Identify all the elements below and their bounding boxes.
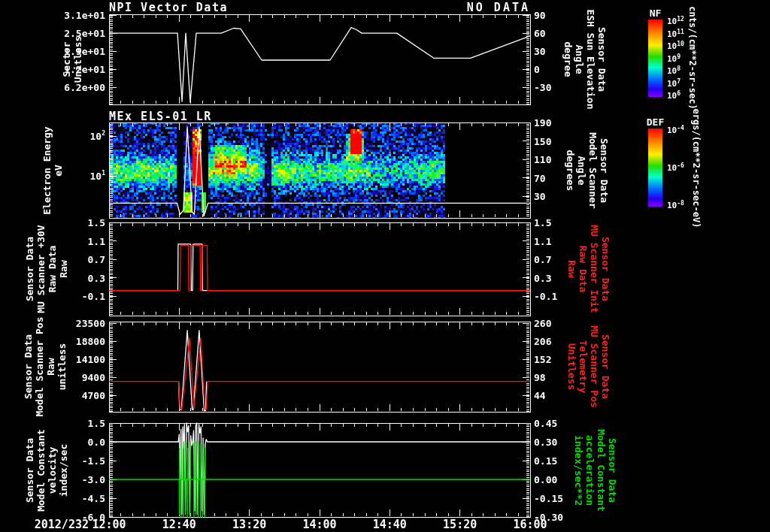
p5-right-axis-label: Sensor DataModel Constantaccelerationind… bbox=[573, 429, 618, 512]
def-colorbar-tick-label: 10-6 bbox=[667, 162, 684, 174]
time-tick-label: 12:40 bbox=[162, 518, 196, 531]
p2-left-tick-label: 102 bbox=[90, 130, 105, 141]
p4-right-tick-label: 152 bbox=[534, 354, 551, 365]
p4-left-axis-label-line: unitless bbox=[56, 316, 68, 416]
nf-colorbar-tick-label: 1010 bbox=[667, 41, 684, 52]
p5-left-axis-label-line: index/sec bbox=[58, 429, 69, 512]
p2-right-tick-label: 70 bbox=[534, 172, 546, 183]
p4-left-axis-label-line: Raw bbox=[45, 316, 56, 416]
p1-right-axis-label-line: Angle bbox=[574, 9, 585, 109]
p2-right-tick-label: 150 bbox=[534, 135, 551, 147]
p5-left-axis-label-line: Model Constant bbox=[35, 429, 47, 512]
p3-right-tick-label: 0.7 bbox=[534, 254, 551, 265]
p1-right-tick-label: 60 bbox=[534, 28, 546, 39]
def-colorbar bbox=[648, 128, 662, 207]
p1-left-axis-label-line: Sector bbox=[61, 36, 72, 83]
p3-left-axis-label-line: MU Scanner +30V bbox=[35, 225, 47, 313]
p4-left-tick-label: 18800 bbox=[76, 336, 105, 347]
time-tick-label: 13:20 bbox=[232, 518, 266, 531]
def-colorbar-unit: ergs/(cm**2-sr-sec-eV) bbox=[691, 109, 702, 228]
p2-right-axis-label-line: Sensor Data bbox=[599, 132, 610, 209]
time-tick-label: 16:00 bbox=[513, 518, 547, 531]
p5-right-tick-label: 0.00 bbox=[534, 474, 557, 485]
p2-right-tick-label: 30 bbox=[534, 191, 546, 202]
p4-left-tick-label: 9400 bbox=[82, 372, 105, 383]
p5-left-tick-label: -1.5 bbox=[82, 455, 105, 467]
p1-right-tick-label: 30 bbox=[534, 46, 546, 57]
nf-colorbar-tick-label: 1011 bbox=[667, 28, 684, 39]
p2-right-tick-label: 190 bbox=[534, 117, 551, 128]
p5-right-tick-label: 0.15 bbox=[534, 455, 557, 467]
panel2-title: MEx ELS-01 LR bbox=[109, 110, 212, 123]
p4-right-axis-label: Sensor DataMU Scanner PosTelemetryUnitle… bbox=[566, 325, 611, 408]
nf-colorbar-tick-label: 107 bbox=[667, 77, 681, 89]
p3-right-tick-label: 1.1 bbox=[534, 235, 551, 246]
p4-left-tick-label: 14100 bbox=[76, 354, 105, 365]
p5-right-axis-label-line: acceleration bbox=[584, 429, 596, 512]
def-colorbar-tick-label: 10-4 bbox=[667, 125, 684, 136]
p4-right-axis-label-line: Telemetry bbox=[578, 325, 589, 408]
p2-right-axis-label: Sensor DataModel ScannerAngledegrees bbox=[565, 132, 610, 209]
date-label: 2012/232 bbox=[35, 518, 89, 531]
p1-right-axis-label-line: Sensor Data bbox=[596, 9, 608, 109]
p5-right-tick-label: 0.45 bbox=[534, 418, 557, 429]
p5-right-axis-label-line: Model Constant bbox=[596, 429, 607, 512]
nf-colorbar-tick-label: 106 bbox=[667, 90, 681, 101]
p1-left-tick-label: 6.2e+00 bbox=[64, 82, 105, 93]
p5-left-axis-label-line: velocity bbox=[47, 429, 58, 512]
p2-left-tick-label: 101 bbox=[90, 170, 105, 181]
p3-right-tick-label: 0.3 bbox=[534, 272, 551, 283]
p2-left-axis-label: Electron EnergyeV bbox=[41, 126, 64, 214]
p3-left-tick-label: 0.7 bbox=[88, 254, 105, 265]
p1-right-axis-label-line: ESH Sun Elevation bbox=[585, 9, 596, 109]
p5-left-axis-label-line: Sensor Data bbox=[24, 429, 35, 512]
nf-colorbar bbox=[648, 20, 662, 97]
p2-right-tick-label: 110 bbox=[534, 154, 551, 165]
time-tick-label: 14:40 bbox=[373, 518, 407, 531]
p1-left-tick-label: 3.1e+01 bbox=[64, 10, 105, 21]
p4-left-axis-label-line: Sensor Data bbox=[23, 316, 34, 416]
p4-left-tick-label: 4700 bbox=[82, 390, 105, 401]
time-tick-label: 15:20 bbox=[443, 518, 477, 531]
p5-right-tick-label: 0.30 bbox=[534, 437, 557, 448]
p5-right-axis-label-line: index/sec**2 bbox=[573, 429, 584, 512]
p3-right-axis-label-line: Raw bbox=[566, 225, 578, 313]
p4-right-axis-label-line: Sensor Data bbox=[600, 325, 611, 408]
p2-left-axis-label-line: eV bbox=[53, 126, 64, 214]
p3-right-axis-label: Sensor DataMU Scanner InitRaw DataRaw bbox=[566, 225, 611, 313]
p4-right-axis-label-line: Unitless bbox=[566, 325, 578, 408]
def-colorbar-title: DEF bbox=[647, 116, 664, 128]
p2-left-axis-label-line: Electron Energy bbox=[41, 126, 53, 214]
p5-left-tick-label: 1.5 bbox=[88, 418, 105, 429]
p3-right-tick-label: -0.1 bbox=[534, 291, 557, 302]
p5-right-axis-label-line: Sensor Data bbox=[607, 429, 618, 512]
p3-right-axis-label-line: MU Scanner Init bbox=[589, 225, 600, 313]
panel1-title: NPI Vector Data bbox=[109, 1, 228, 14]
p4-right-tick-label: 98 bbox=[534, 372, 546, 383]
p1-right-tick-label: -30 bbox=[534, 82, 551, 93]
p3-left-axis-label-line: Sensor Data bbox=[24, 225, 35, 313]
p3-left-axis-label-line: Raw Data bbox=[47, 225, 58, 313]
no-data-annotation: NO DATA bbox=[467, 1, 530, 14]
p3-left-axis-label-line: Raw bbox=[58, 225, 69, 313]
p5-left-tick-label: -3.0 bbox=[82, 474, 105, 485]
p4-right-tick-label: 260 bbox=[534, 318, 551, 329]
nf-colorbar-tick-label: 108 bbox=[667, 65, 681, 77]
p4-right-tick-label: 206 bbox=[534, 336, 551, 347]
time-tick-label: 14:00 bbox=[302, 518, 336, 531]
p5-left-tick-label: -4.5 bbox=[82, 493, 105, 504]
p3-right-tick-label: 1.5 bbox=[534, 217, 551, 228]
p3-left-tick-label: 0.3 bbox=[88, 272, 105, 283]
p1-right-axis-label-line: degree bbox=[562, 9, 574, 109]
p4-right-axis-label-line: MU Scanner Pos bbox=[589, 325, 600, 408]
p2-right-axis-label-line: Model Scanner bbox=[587, 132, 599, 209]
nf-colorbar-unit: cnts/(cm**2-sr-sec) bbox=[687, 6, 698, 109]
p1-right-tick-label: 0 bbox=[534, 64, 540, 75]
p5-right-tick-label: -0.15 bbox=[534, 493, 563, 504]
p5-left-tick-label: 0.0 bbox=[88, 437, 105, 448]
p3-left-tick-label: 1.5 bbox=[88, 217, 105, 228]
nf-colorbar-title: NF bbox=[650, 8, 662, 19]
p4-left-axis-label-line: Model Scanner Pos bbox=[34, 316, 45, 416]
p1-left-axis-label-line: Unitless bbox=[72, 36, 83, 83]
p3-right-axis-label-line: Raw Data bbox=[578, 225, 589, 313]
